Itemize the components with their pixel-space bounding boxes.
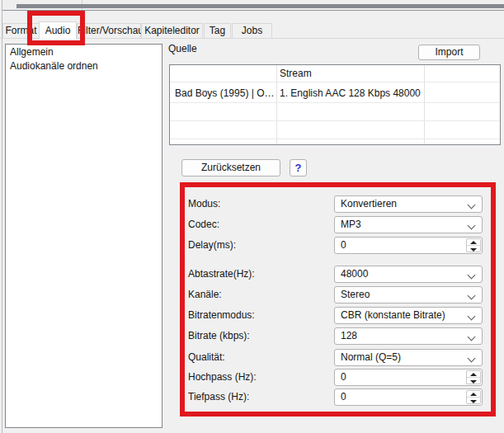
spin-up-icon[interactable] <box>467 371 480 378</box>
tiefpass-spinner <box>466 390 481 404</box>
chevron-down-icon <box>469 334 475 341</box>
form-row-qualitaet: Qualität: Normal (Q=5) <box>188 349 483 366</box>
import-button[interactable]: Import <box>418 45 480 60</box>
tab-tag-label: Tag <box>210 25 225 36</box>
form-row-abtastrate: Abtastrate(Hz): 48000 <box>188 266 483 283</box>
table-column-divider <box>424 65 425 145</box>
table-row-divider <box>170 102 500 103</box>
abtastrate-value: 48000 <box>341 266 368 282</box>
kanaele-select[interactable]: Stereo <box>334 286 483 304</box>
modus-value: Konvertieren <box>341 196 397 212</box>
tab-audio-label: Audio <box>45 25 71 36</box>
bitrate-value: 128 <box>341 328 357 344</box>
source-stream-table[interactable]: Stream Bad Boys (1995) | O… 1. English A… <box>169 64 501 145</box>
spin-up-icon[interactable] <box>467 239 480 246</box>
form-row-bitrate: Bitrate (kbps): 128 <box>188 327 483 345</box>
bitrate-select[interactable]: 128 <box>334 327 483 345</box>
chevron-down-icon <box>469 202 475 209</box>
codec-value: MP3 <box>341 217 361 233</box>
tab-tag[interactable]: Tag <box>204 23 231 38</box>
audio-settings-panel: Format Audio Filter/Vorschau Kapiteledit… <box>0 0 504 433</box>
hochpass-spinner <box>466 370 481 384</box>
spin-up-icon[interactable] <box>467 391 480 398</box>
tab-format[interactable]: Format <box>2 23 40 38</box>
delay-spinner <box>466 238 481 252</box>
chevron-down-icon <box>469 293 475 299</box>
tiefpass-label: Tiefpass (Hz): <box>188 388 249 406</box>
modus-label: Modus: <box>188 195 220 213</box>
form-row-tiefpass: Tiefpass (Hz): 0 <box>188 388 483 406</box>
table-row-divider <box>170 120 500 121</box>
tab-jobs[interactable]: Jobs <box>232 23 272 38</box>
bitratenmodus-select[interactable]: CBR (konstante Bitrate) <box>334 307 483 324</box>
kanaele-value: Stereo <box>341 287 370 303</box>
codec-select[interactable]: MP3 <box>334 216 483 233</box>
modus-select[interactable]: Konvertieren <box>334 195 483 213</box>
sidebar-item-allgemein[interactable]: Allgemein <box>6 45 162 59</box>
tab-filter-vorschau[interactable]: Filter/Vorschau <box>77 23 141 38</box>
horizontal-scrollbar-thumb[interactable] <box>16 4 504 8</box>
abtastrate-label: Abtastrate(Hz): <box>188 266 255 283</box>
stream-column-header: Stream <box>280 68 312 80</box>
form-row-bitratenmodus: Bitratenmodus: CBR (konstante Bitrate) <box>188 307 483 324</box>
table-row-divider <box>170 82 500 82</box>
tab-kapiteleditor[interactable]: Kapiteleditor <box>141 23 203 38</box>
kanaele-label: Kanäle: <box>188 286 222 304</box>
hochpass-input[interactable]: 0 <box>334 369 483 386</box>
codec-label: Codec: <box>188 216 219 233</box>
qualitaet-value: Normal (Q=5) <box>341 350 401 365</box>
form-row-kanaele: Kanäle: Stereo <box>188 286 483 304</box>
bitratenmodus-label: Bitratenmodus: <box>188 307 255 324</box>
chevron-down-icon <box>469 272 475 279</box>
delay-label: Delay(ms): <box>188 237 236 254</box>
reset-button[interactable]: Zurücksetzen <box>181 159 280 176</box>
source-section-label: Quelle <box>168 43 197 54</box>
table-row-divider <box>170 139 500 139</box>
chevron-down-icon <box>469 355 475 362</box>
table-row-title-cell[interactable]: Bad Boys (1995) | O… <box>175 87 274 101</box>
chevron-down-icon <box>469 223 475 229</box>
tab-filter-vorschau-label: Filter/Vorschau <box>78 25 144 36</box>
help-button[interactable]: ? <box>290 159 307 176</box>
table-row-stream-cell[interactable]: 1. English AAC 128 Kbps 48000 … <box>280 87 422 101</box>
tab-jobs-label: Jobs <box>242 25 262 36</box>
delay-value: 0 <box>341 238 346 253</box>
tab-format-label: Format <box>5 25 36 36</box>
form-row-delay: Delay(ms): 0 <box>188 237 483 254</box>
audio-sidebar-list: Allgemein Audiokanäle ordnen <box>5 44 163 428</box>
qualitaet-select[interactable]: Normal (Q=5) <box>334 349 483 366</box>
window-left-border <box>2 0 2 433</box>
form-row-modus: Modus: Konvertieren <box>188 195 483 213</box>
tab-audio[interactable]: Audio <box>39 21 77 39</box>
tiefpass-value: 0 <box>341 389 346 405</box>
qualitaet-label: Qualität: <box>188 349 225 366</box>
bitrate-label: Bitrate (kbps): <box>188 327 250 345</box>
delay-input[interactable]: 0 <box>334 237 483 254</box>
form-row-codec: Codec: MP3 <box>188 216 483 233</box>
hochpass-value: 0 <box>341 369 346 385</box>
hochpass-label: Hochpass (Hz): <box>188 369 257 386</box>
bitratenmodus-value: CBR (konstante Bitrate) <box>341 308 445 323</box>
spin-down-icon[interactable] <box>467 379 480 385</box>
abtastrate-select[interactable]: 48000 <box>334 266 483 283</box>
spin-down-icon[interactable] <box>467 398 480 405</box>
spin-down-icon[interactable] <box>467 247 480 253</box>
chevron-down-icon <box>469 313 475 320</box>
tab-kapiteleditor-label: Kapiteleditor <box>144 25 200 36</box>
form-row-hochpass: Hochpass (Hz): 0 <box>188 369 483 386</box>
sidebar-item-audiokanaele-ordnen[interactable]: Audiokanäle ordnen <box>6 59 162 73</box>
tiefpass-input[interactable]: 0 <box>334 388 483 406</box>
table-column-divider <box>276 65 277 145</box>
